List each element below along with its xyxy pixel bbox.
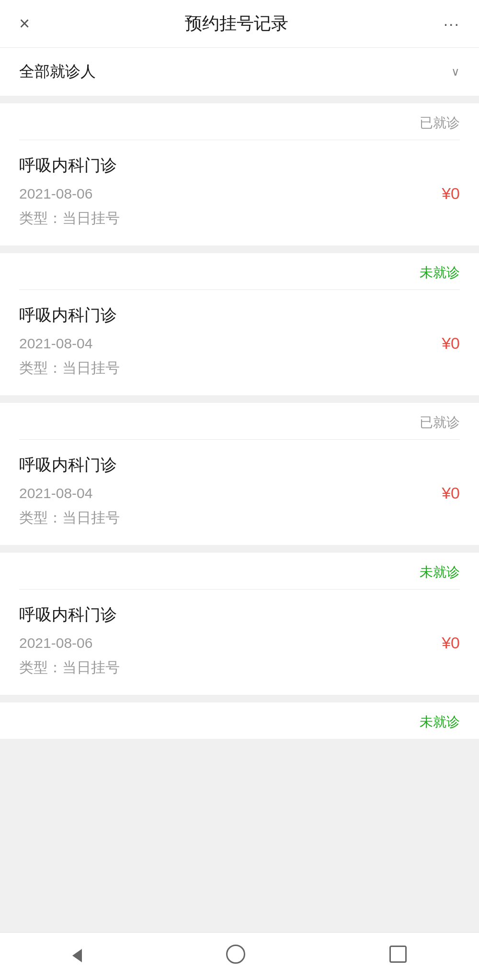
- page-title: 预约挂号记录: [185, 12, 288, 35]
- card-type-value-3: 当日挂号: [62, 510, 120, 525]
- filter-label: 全部就诊人: [19, 61, 96, 82]
- card-body-3: 呼吸内科门诊 2021-08-04 ¥0 类型：当日挂号: [0, 440, 479, 545]
- status-badge-1: 已就诊: [420, 114, 460, 132]
- card-date-3: 2021-08-04: [19, 485, 92, 501]
- card-body-1: 呼吸内科门诊 2021-08-06 ¥0 类型：当日挂号: [0, 140, 479, 245]
- appointment-card-3[interactable]: 已就诊 呼吸内科门诊 2021-08-04 ¥0 类型：当日挂号: [0, 403, 479, 545]
- status-badge-5: 未就诊: [420, 713, 460, 731]
- recent-button[interactable]: [389, 946, 407, 967]
- card-price-1: ¥0: [442, 184, 460, 203]
- card-type-value-4: 当日挂号: [62, 659, 120, 675]
- home-button[interactable]: [226, 945, 245, 968]
- appointment-card-2[interactable]: 未就诊 呼吸内科门诊 2021-08-04 ¥0 类型：当日挂号: [0, 253, 479, 395]
- back-button[interactable]: [72, 947, 82, 967]
- card-date-2: 2021-08-04: [19, 335, 92, 352]
- card-price-3: ¥0: [442, 484, 460, 502]
- card-header-1: 已就诊: [0, 103, 479, 140]
- card-type-value-2: 当日挂号: [62, 360, 120, 376]
- content-area: 已就诊 呼吸内科门诊 2021-08-06 ¥0 类型：当日挂号 未就诊 呼吸内…: [0, 103, 479, 980]
- close-button[interactable]: ×: [19, 13, 30, 34]
- card-body-4: 呼吸内科门诊 2021-08-06 ¥0 类型：当日挂号: [0, 590, 479, 695]
- card-type-label-1: 类型：: [19, 210, 62, 226]
- card-type-label-4: 类型：: [19, 659, 62, 675]
- card-type-value-1: 当日挂号: [62, 210, 120, 226]
- card-price-4: ¥0: [442, 634, 460, 652]
- card-type-1: 类型：当日挂号: [19, 209, 460, 228]
- card-header-5: 未就诊: [0, 702, 479, 739]
- card-dept-3: 呼吸内科门诊: [19, 454, 460, 476]
- card-dept-4: 呼吸内科门诊: [19, 604, 460, 626]
- card-type-label-3: 类型：: [19, 510, 62, 525]
- card-type-3: 类型：当日挂号: [19, 508, 460, 528]
- status-badge-2: 未就诊: [420, 264, 460, 282]
- status-badge-3: 已就诊: [420, 413, 460, 432]
- card-dept-2: 呼吸内科门诊: [19, 304, 460, 326]
- card-row-2: 2021-08-04 ¥0: [19, 334, 460, 353]
- bottom-nav: [0, 932, 479, 980]
- card-body-2: 呼吸内科门诊 2021-08-04 ¥0 类型：当日挂号: [0, 290, 479, 395]
- back-icon: [72, 947, 82, 966]
- card-row-4: 2021-08-06 ¥0: [19, 634, 460, 652]
- card-type-2: 类型：当日挂号: [19, 358, 460, 378]
- status-badge-4: 未就诊: [420, 563, 460, 581]
- card-price-2: ¥0: [442, 334, 460, 353]
- home-icon: [226, 945, 245, 964]
- chevron-down-icon: ∨: [451, 65, 460, 78]
- card-row-1: 2021-08-06 ¥0: [19, 184, 460, 203]
- card-type-4: 类型：当日挂号: [19, 658, 460, 678]
- top-bar: × 预约挂号记录 ···: [0, 0, 479, 48]
- card-date-1: 2021-08-06: [19, 186, 92, 202]
- recent-icon: [389, 946, 407, 963]
- appointment-card-5[interactable]: 未就诊: [0, 702, 479, 739]
- card-header-3: 已就诊: [0, 403, 479, 439]
- appointment-card-1[interactable]: 已就诊 呼吸内科门诊 2021-08-06 ¥0 类型：当日挂号: [0, 103, 479, 245]
- appointment-card-4[interactable]: 未就诊 呼吸内科门诊 2021-08-06 ¥0 类型：当日挂号: [0, 553, 479, 695]
- card-header-4: 未就诊: [0, 553, 479, 589]
- more-button[interactable]: ···: [444, 14, 460, 33]
- card-type-label-2: 类型：: [19, 360, 62, 376]
- card-dept-1: 呼吸内科门诊: [19, 155, 460, 177]
- card-header-2: 未就诊: [0, 253, 479, 290]
- card-row-3: 2021-08-04 ¥0: [19, 484, 460, 502]
- card-date-4: 2021-08-06: [19, 635, 92, 651]
- filter-row[interactable]: 全部就诊人 ∨: [0, 48, 479, 96]
